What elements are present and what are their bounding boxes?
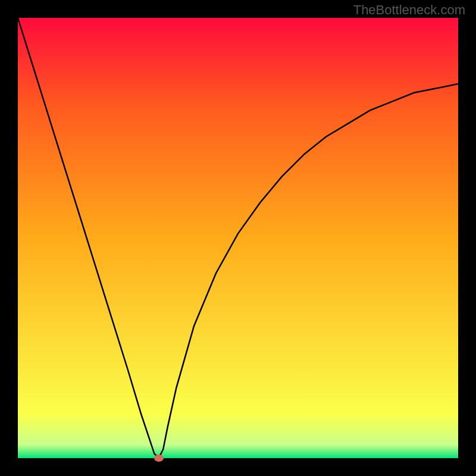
gradient-background	[18, 18, 458, 458]
chart-svg	[18, 18, 458, 458]
chart-area	[18, 18, 458, 458]
watermark-label: TheBottleneck.com	[353, 2, 465, 18]
optimum-marker	[154, 455, 164, 462]
